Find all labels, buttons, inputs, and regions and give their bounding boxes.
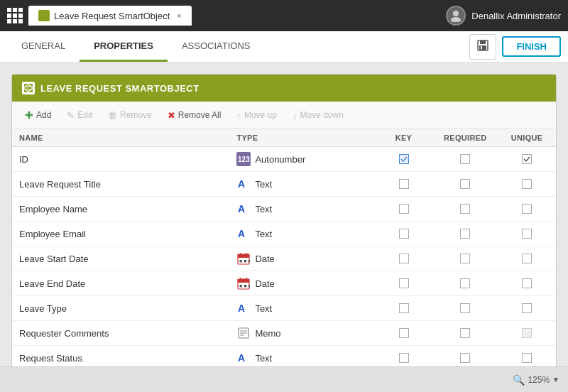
required-checkbox[interactable] [460, 303, 470, 313]
svg-text:■ ■ ■: ■ ■ ■ [239, 283, 250, 288]
type-icon: A [236, 177, 251, 191]
key-checkbox[interactable] [399, 254, 409, 263]
cell-key[interactable] [375, 197, 433, 222]
unique-checkbox[interactable] [522, 154, 532, 164]
col-header-required: REQUIRED [432, 129, 498, 147]
table-row[interactable]: Leave TypeAText [12, 296, 556, 321]
move-up-label: Move up [244, 110, 277, 120]
tab-associations[interactable]: ASSOCIATIONS [168, 31, 265, 62]
move-down-label: Move down [300, 110, 343, 120]
unique-checkbox[interactable] [522, 303, 532, 313]
table-row[interactable]: Requester CommentsMemo [12, 321, 556, 346]
type-label: Text [255, 353, 272, 364]
cell-unique[interactable] [498, 271, 556, 296]
key-checkbox[interactable] [399, 229, 409, 239]
svg-rect-12 [240, 253, 241, 256]
unique-checkbox[interactable] [522, 179, 532, 189]
tab-properties[interactable]: PROPERTIES [80, 31, 168, 62]
remove-icon: 🗑 [108, 110, 117, 121]
cell-required[interactable] [432, 271, 498, 296]
remove-all-button[interactable]: ✖ Remove All [162, 108, 227, 123]
remove-button[interactable]: 🗑 Remove [102, 108, 158, 123]
type-icon: A [236, 301, 251, 315]
zoom-dropdown-icon[interactable]: ▼ [552, 376, 559, 383]
col-header-name: NAME [12, 129, 229, 147]
unique-checkbox[interactable] [522, 278, 532, 288]
cell-name: Leave Type [12, 296, 229, 321]
type-icon: 123 [236, 152, 251, 166]
move-up-button[interactable]: ↑ Move up [231, 108, 283, 123]
cell-required[interactable] [432, 172, 498, 197]
cell-key[interactable] [375, 271, 433, 296]
required-checkbox[interactable] [460, 353, 470, 363]
cell-unique[interactable] [498, 147, 556, 172]
key-checkbox[interactable] [399, 303, 409, 313]
cell-unique[interactable] [498, 172, 556, 197]
unique-checkbox[interactable] [522, 204, 532, 214]
cell-required[interactable] [432, 296, 498, 321]
required-checkbox[interactable] [460, 154, 470, 164]
table-row[interactable]: Leave Request TitleAText [12, 172, 556, 197]
add-icon: ✚ [25, 109, 33, 121]
tab-close-button[interactable]: × [177, 11, 181, 20]
cell-unique[interactable] [498, 197, 556, 222]
required-checkbox[interactable] [460, 328, 470, 338]
tab-general[interactable]: GENERAL [7, 31, 80, 62]
table-row[interactable]: Leave End Date■ ■ ■Date [12, 271, 556, 296]
key-checkbox[interactable] [399, 278, 409, 288]
save-button[interactable] [469, 34, 496, 60]
unique-checkbox[interactable] [522, 229, 532, 239]
cell-required[interactable] [432, 246, 498, 271]
unique-checkbox[interactable] [522, 328, 532, 338]
nav-bar: GENERAL PROPERTIES ASSOCIATIONS FINISH [0, 31, 568, 62]
zoom-control[interactable]: 🔍 125% ▼ [513, 374, 559, 386]
key-checkbox[interactable] [399, 154, 409, 164]
cell-required[interactable] [432, 321, 498, 346]
cell-required[interactable] [432, 222, 498, 246]
cell-key[interactable] [375, 222, 433, 246]
col-header-key: KEY [375, 129, 433, 147]
cell-required[interactable] [432, 197, 498, 222]
edit-button[interactable]: ✎ Edit [61, 108, 98, 123]
tab-title[interactable]: Leave Request SmartObject × [28, 6, 192, 26]
key-checkbox[interactable] [399, 179, 409, 189]
cell-key[interactable] [375, 246, 433, 271]
unique-checkbox[interactable] [522, 353, 532, 363]
table-row[interactable]: Leave Start Date■ ■ ■Date [12, 246, 556, 271]
key-checkbox[interactable] [399, 328, 409, 338]
cell-key[interactable] [375, 172, 433, 197]
nav-tabs: GENERAL PROPERTIES ASSOCIATIONS [7, 31, 265, 62]
key-checkbox[interactable] [399, 204, 409, 214]
svg-rect-16 [238, 279, 249, 283]
cell-key[interactable] [375, 147, 433, 172]
svg-text:A: A [238, 352, 245, 364]
required-checkbox[interactable] [460, 278, 470, 288]
table-row[interactable]: Employee EmailAText [12, 222, 556, 246]
required-checkbox[interactable] [460, 229, 470, 239]
type-label: Text [255, 179, 272, 190]
cell-key[interactable] [375, 321, 433, 346]
cell-unique[interactable] [498, 222, 556, 246]
cell-type: ■ ■ ■Date [229, 246, 374, 271]
app-grid-icon[interactable] [7, 8, 23, 23]
table-row[interactable]: ID123Autonumber [12, 147, 556, 172]
key-checkbox[interactable] [399, 353, 409, 363]
svg-text:A: A [238, 303, 245, 314]
required-checkbox[interactable] [460, 179, 470, 189]
add-button[interactable]: ✚ Add [19, 107, 57, 123]
finish-button[interactable]: FINISH [502, 36, 561, 57]
cell-unique[interactable] [498, 321, 556, 346]
cell-unique[interactable] [498, 296, 556, 321]
required-checkbox[interactable] [460, 204, 470, 214]
move-down-button[interactable]: ↓ Move down [287, 108, 349, 123]
cell-required[interactable] [432, 147, 498, 172]
type-label: Text [255, 204, 272, 214]
type-icon: ■ ■ ■ [236, 251, 251, 266]
table-row[interactable]: Employee NameAText [12, 197, 556, 222]
required-checkbox[interactable] [460, 254, 470, 263]
cell-key[interactable] [375, 296, 433, 321]
type-label: Text [255, 303, 272, 314]
unique-checkbox[interactable] [522, 254, 532, 263]
cell-unique[interactable] [498, 246, 556, 271]
cell-name: Leave Start Date [12, 246, 229, 271]
